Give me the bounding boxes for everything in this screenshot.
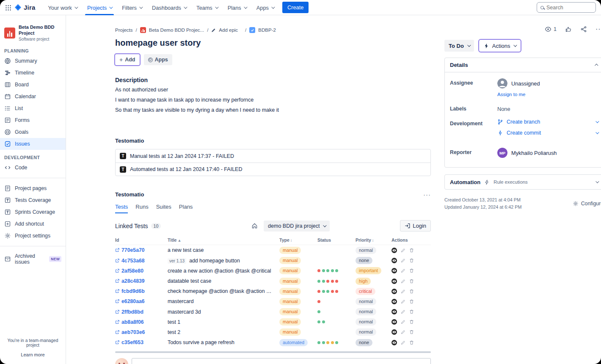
assign-to-me-link[interactable]: Assign to me xyxy=(497,92,525,97)
delete-test-icon[interactable] xyxy=(409,248,414,253)
nav-your-work[interactable]: Your work xyxy=(46,0,79,15)
edit-test-icon[interactable] xyxy=(401,289,405,294)
watch-test-icon[interactable] xyxy=(391,319,397,325)
test-id-link[interactable]: 2af58e80 xyxy=(121,268,143,274)
details-header[interactable]: Details xyxy=(445,58,601,72)
assignee-value[interactable]: Unassigned xyxy=(497,78,540,88)
watch-test-icon[interactable] xyxy=(391,329,397,335)
nav-teams[interactable]: Teams xyxy=(194,0,220,15)
col-id[interactable]: Id xyxy=(115,237,168,243)
sidebar-item-forms[interactable]: Forms xyxy=(0,114,66,126)
apps-button[interactable]: Apps xyxy=(144,54,172,65)
project-header[interactable]: Beta Demo BDD Project Software project xyxy=(0,25,66,41)
col-type[interactable]: Type↕ xyxy=(279,237,317,243)
nav-apps[interactable]: Apps xyxy=(254,0,276,15)
edit-test-icon[interactable] xyxy=(401,268,405,273)
description-line[interactable]: So that my tasks are visible to my dyrin… xyxy=(115,106,431,114)
nav-filters[interactable]: Filters xyxy=(120,0,144,15)
sidebar-item-issues[interactable]: Issues xyxy=(0,138,66,150)
edit-test-icon[interactable] xyxy=(401,320,405,324)
edit-test-icon[interactable] xyxy=(401,279,405,284)
description-line[interactable]: As not authorized user xyxy=(115,86,431,94)
test-run-result[interactable]: T Automated tests at 12 Jan 2024 17:40 -… xyxy=(116,163,430,176)
delete-test-icon[interactable] xyxy=(409,289,414,294)
widget-more-icon[interactable]: ··· xyxy=(423,193,431,196)
jira-logo[interactable]: Jira xyxy=(14,4,36,11)
edit-test-icon[interactable] xyxy=(401,299,405,304)
description-line[interactable]: I want to manage task in task app to inc… xyxy=(115,96,431,104)
nav-dashboards[interactable]: Dashboards xyxy=(150,0,188,15)
add-button[interactable]: +Add xyxy=(115,54,140,65)
sidebar-item-project-settings[interactable]: Project settings xyxy=(0,230,66,242)
test-id-link[interactable]: 770e5a70 xyxy=(121,247,145,253)
sidebar-item-goals[interactable]: Goals xyxy=(0,126,66,138)
global-search[interactable] xyxy=(537,2,596,13)
share-button[interactable] xyxy=(580,26,587,33)
tab-plans[interactable]: Plans xyxy=(179,204,193,213)
col-title[interactable]: Title▲ xyxy=(168,237,279,243)
sidebar-item-timeline[interactable]: Timeline xyxy=(0,67,66,79)
watch-test-icon[interactable] xyxy=(391,279,397,284)
chevron-down-icon[interactable] xyxy=(595,119,599,123)
configure-button[interactable]: Configure xyxy=(573,196,601,210)
watch-test-icon[interactable] xyxy=(391,299,397,304)
create-button[interactable]: Create xyxy=(282,2,309,13)
sidebar-item-code[interactable]: Code xyxy=(0,162,66,174)
delete-test-icon[interactable] xyxy=(409,268,414,273)
tab-tests[interactable]: Tests xyxy=(115,204,128,213)
test-id-link[interactable]: ab8a8f06 xyxy=(121,319,144,325)
sidebar-item-tests-coverage[interactable]: Tests Coverage xyxy=(0,194,66,206)
test-id-link[interactable]: c35ef653 xyxy=(121,339,143,345)
breadcrumb-add-epic[interactable]: Add epic xyxy=(219,28,238,33)
sidebar-item-add-shortcut[interactable]: Add shortcut xyxy=(0,218,66,230)
watch-button[interactable]: 1 xyxy=(545,26,557,33)
learn-more-link[interactable]: Learn more xyxy=(0,352,66,357)
more-actions-icon[interactable]: ··· xyxy=(595,28,601,30)
like-button[interactable] xyxy=(565,26,572,33)
watch-test-icon[interactable] xyxy=(391,268,397,273)
edit-test-icon[interactable] xyxy=(401,340,405,345)
comment-box[interactable]: Looks good! Need help? This is blocked..… xyxy=(132,358,431,364)
project-selector-dropdown[interactable]: demo BDD jira project xyxy=(264,221,330,232)
breadcrumb-project[interactable]: Beta Demo BDD Projec... xyxy=(149,28,204,33)
col-status[interactable]: Status xyxy=(317,237,356,243)
watch-test-icon[interactable] xyxy=(391,309,397,314)
watch-test-icon[interactable] xyxy=(391,340,397,345)
sidebar-item-calendar[interactable]: Calendar xyxy=(0,91,66,102)
create-commit-row[interactable]: Create commit xyxy=(497,130,598,136)
nav-projects[interactable]: Projects xyxy=(85,0,114,15)
edit-test-icon[interactable] xyxy=(401,258,405,263)
tab-suites[interactable]: Suites xyxy=(156,204,171,213)
test-id-link[interactable]: 2ffbd8bd xyxy=(121,309,143,315)
watch-test-icon[interactable] xyxy=(391,289,397,294)
breadcrumb-projects[interactable]: Projects xyxy=(115,28,133,33)
sidebar-item-list[interactable]: List xyxy=(0,102,66,114)
delete-test-icon[interactable] xyxy=(409,320,414,324)
delete-test-icon[interactable] xyxy=(409,299,414,304)
sidebar-item-sprints-coverage[interactable]: Sprints Coverage xyxy=(0,206,66,218)
nav-plans[interactable]: Plans xyxy=(226,0,248,15)
delete-test-icon[interactable] xyxy=(409,330,414,334)
app-switcher-icon[interactable] xyxy=(5,5,11,11)
home-icon[interactable] xyxy=(251,223,258,229)
automation-panel[interactable]: Automation Rule executions xyxy=(444,174,601,190)
login-button[interactable]: Login xyxy=(400,220,431,232)
issue-title[interactable]: homepage user story xyxy=(115,38,431,48)
sidebar-item-board[interactable]: Board xyxy=(0,79,66,91)
watch-test-icon[interactable] xyxy=(391,248,397,253)
tab-runs[interactable]: Runs xyxy=(135,204,148,213)
test-id-link[interactable]: fcbd9d6b xyxy=(121,288,145,294)
edit-test-icon[interactable] xyxy=(401,248,405,253)
status-dropdown[interactable]: To Do xyxy=(444,40,474,52)
test-id-link[interactable]: aeb703e6 xyxy=(121,329,145,335)
reporter-value[interactable]: MP Mykhailo Poliarush xyxy=(497,148,557,158)
create-branch-row[interactable]: Create branch xyxy=(497,119,598,125)
chevron-down-icon[interactable] xyxy=(595,130,599,134)
watch-test-icon[interactable] xyxy=(391,258,397,263)
col-priority[interactable]: Priority↕ xyxy=(356,237,391,243)
search-input[interactable] xyxy=(546,5,592,11)
delete-test-icon[interactable] xyxy=(409,309,414,314)
test-id-link[interactable]: e6280aa6 xyxy=(121,298,145,304)
edit-test-icon[interactable] xyxy=(401,330,405,334)
horizontal-scrollbar[interactable] xyxy=(115,351,431,353)
